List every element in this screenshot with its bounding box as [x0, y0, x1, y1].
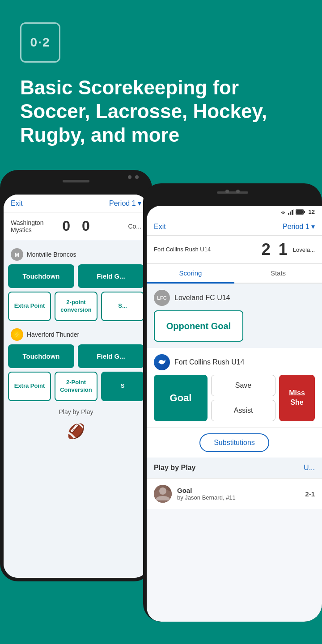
back-2pt2-btn[interactable]: 2-Point Conversion [55, 372, 97, 401]
front-score-nums: 2 1 [256, 240, 293, 259]
phone-front: 12 Exit Period 1 ▾ Fort Collins Rush U14… [143, 183, 322, 622]
phones-container: Exit Period 1 ▾ Washington Mystics 0 0 C… [0, 170, 322, 644]
status-icons: 12 [280, 208, 315, 215]
play-by-play-header: Play by Play U... [147, 458, 322, 478]
front-score-row: Fort Collins Rush U14 2 1 Lovela... [147, 236, 322, 264]
back-montville-btn-row2: Extra Point 2-point conversion S... [8, 292, 144, 321]
back-field-goal2-btn[interactable]: Field G... [78, 344, 144, 368]
pbp-label: Play by Play [154, 464, 195, 472]
opponent-section: LFC Loveland FC U14 Opponent Goal [147, 284, 322, 348]
wifi-icon [280, 209, 287, 215]
play-item: Goal by Jason Bernard, #11 2-1 [147, 478, 322, 509]
back-touchdown2-btn[interactable]: Touchdown [8, 344, 74, 368]
back-score-row: Washington Mystics 0 0 Co... [4, 212, 148, 240]
back-montville-avatar: M [11, 248, 23, 261]
save-assist-col: Save Assist [211, 375, 275, 421]
svg-rect-6 [296, 210, 303, 214]
home-team-name: Fort Collins Rush U14 [174, 358, 245, 366]
back-team1-name: Washington Mystics [11, 219, 54, 233]
substitutions-row: Substitutions [147, 428, 322, 458]
tab-scoring[interactable]: Scoring [147, 264, 234, 284]
svg-rect-5 [304, 211, 305, 213]
action-btns-row: Goal Save Assist Miss She [154, 375, 315, 421]
play-score: 2-1 [305, 490, 315, 498]
app-logo: 0·2 [20, 22, 60, 63]
back-haverford-label: ⚡ Haverford Thunder [8, 325, 144, 344]
phone-back-screen: Exit Period 1 ▾ Washington Mystics 0 0 C… [4, 195, 148, 578]
player-avatar [154, 485, 172, 503]
back-touchdown-btn[interactable]: Touchdown [8, 264, 74, 288]
svg-rect-0 [288, 213, 289, 215]
back-haverford-avatar: ⚡ [11, 328, 23, 341]
front-app-header: Exit Period 1 ▾ [147, 218, 322, 236]
goal-button[interactable]: Goal [154, 375, 208, 421]
miss-shot-button[interactable]: Miss She [279, 375, 315, 421]
home-section: Fort Collins Rush U14 Goal Save Assist M… [147, 348, 322, 428]
svg-rect-3 [293, 209, 294, 215]
tab-stats[interactable]: Stats [234, 264, 322, 283]
back-montville-label: M Montville Broncos [8, 245, 144, 264]
back-haverford-btn-row1: Touchdown Field G... [8, 344, 144, 368]
home-header: Fort Collins Rush U14 [154, 354, 315, 370]
play-info: Goal by Jason Bernard, #11 [177, 487, 300, 501]
front-tabs: Scoring Stats [147, 264, 322, 284]
speaker-back [63, 180, 89, 182]
opponent-header: LFC Loveland FC U14 [154, 290, 315, 306]
play-type: Goal [177, 487, 300, 494]
back-period-button[interactable]: Period 1 ▾ [109, 199, 141, 208]
svg-rect-2 [292, 210, 293, 215]
opponent-avatar: LFC [154, 290, 170, 306]
phone-back-header: Exit Period 1 ▾ [4, 195, 148, 212]
front-home-score: 2 [262, 240, 271, 259]
player-photo-icon [154, 485, 172, 503]
hero-title: Basic Scorekeeping for Soccer, Lacrosse,… [20, 76, 302, 147]
back-field-goal-btn[interactable]: Field G... [78, 264, 144, 288]
signal-icon [288, 209, 294, 215]
play-detail: by Jason Bernard, #11 [177, 494, 300, 501]
back-play-by-play: Play by Play [8, 405, 144, 419]
back-safety-btn[interactable]: S... [101, 292, 144, 321]
status-bar: 12 [147, 206, 322, 218]
player-avatar-img [154, 485, 172, 503]
logo-text: 0·2 [30, 35, 51, 50]
rush-logo-icon [157, 357, 167, 368]
hero-section: 0·2 Basic Scorekeeping for Soccer, Lacro… [0, 0, 322, 170]
pbp-link[interactable]: U... [304, 464, 315, 472]
back-2pt-btn[interactable]: 2-point conversion [55, 292, 97, 321]
phone-back: Exit Period 1 ▾ Washington Mystics 0 0 C… [0, 170, 152, 581]
opponent-team-name: Loveland FC U14 [174, 294, 230, 302]
front-period-button[interactable]: Period 1 ▾ [283, 222, 315, 231]
substitutions-button[interactable]: Substitutions [199, 433, 269, 452]
football-icon: 🏈 [8, 419, 144, 443]
svg-point-8 [159, 487, 166, 495]
back-extra-point2-btn[interactable]: Extra Point [8, 372, 51, 401]
back-extra-point-btn[interactable]: Extra Point [8, 292, 51, 321]
back-score2: 0 [82, 218, 90, 234]
front-exit-button[interactable]: Exit [154, 223, 166, 231]
opponent-goal-button[interactable]: Opponent Goal [154, 310, 243, 342]
status-time: 12 [309, 208, 315, 215]
front-away-score: 1 [279, 240, 288, 259]
back-score1: 0 [62, 218, 70, 234]
front-home-team: Fort Collins Rush U14 [154, 246, 256, 254]
battery-icon [296, 209, 305, 215]
back-montville-btn-row1: Touchdown Field G... [8, 264, 144, 288]
home-team-logo [154, 354, 170, 370]
assist-button[interactable]: Assist [211, 400, 275, 421]
back-montville-section: M Montville Broncos Touchdown Field G...… [4, 240, 148, 448]
scoring-content: LFC Loveland FC U14 Opponent Goal [147, 284, 322, 509]
svg-rect-1 [290, 212, 291, 215]
back-team2-name: Co... [98, 223, 141, 230]
back-green-btn[interactable]: S [101, 372, 144, 401]
back-haverford-btn-row2: Extra Point 2-Point Conversion S [8, 372, 144, 401]
back-exit-button[interactable]: Exit [11, 199, 23, 208]
back-haverford-name: Haverford Thunder [27, 331, 79, 338]
phone-front-screen: 12 Exit Period 1 ▾ Fort Collins Rush U14… [147, 206, 322, 622]
save-button[interactable]: Save [211, 375, 275, 396]
front-away-team: Lovela... [293, 246, 315, 253]
back-montville-name: Montville Broncos [27, 251, 76, 258]
